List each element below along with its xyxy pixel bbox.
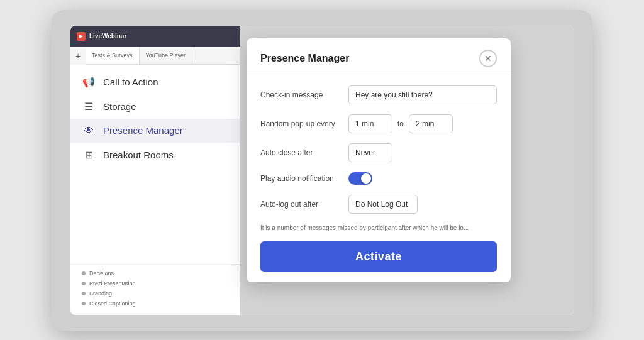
add-tab-button[interactable]: +: [70, 47, 86, 65]
laptop-shell: ▶ LiveWebinar + Tests & Surveys YouTube …: [52, 10, 592, 331]
call-to-action-icon: 📢: [82, 76, 96, 88]
bottom-item-label: Prezi Presentation: [89, 280, 136, 287]
auto-close-row: Auto close after: [260, 143, 497, 162]
menu-item-label: Storage: [103, 101, 136, 112]
brand-name: LiveWebinar: [89, 33, 126, 40]
bottom-item-prezi[interactable]: Prezi Presentation: [82, 278, 228, 288]
menu-item-label: Presence Manager: [103, 125, 183, 136]
bottom-item-label: Branding: [89, 290, 112, 297]
modal-header: Presence Manager ✕: [247, 38, 511, 75]
bottom-item-branding[interactable]: Branding: [82, 288, 228, 299]
bottom-item-decisions[interactable]: Decisions: [82, 268, 228, 278]
modal-body: Check-in message Random pop-up every to: [247, 75, 511, 282]
auto-close-input[interactable]: [348, 143, 392, 162]
auto-logout-input[interactable]: [348, 195, 418, 214]
presence-manager-icon: 👁: [82, 125, 96, 136]
random-popup-row: Random pop-up every to: [260, 114, 497, 133]
modal-overlay: Presence Manager ✕ Check-in message Rand…: [240, 26, 574, 315]
breakout-rooms-icon: ⊞: [82, 149, 96, 161]
bottom-item-label: Closed Captioning: [89, 300, 136, 307]
check-in-message-input[interactable]: [348, 85, 497, 104]
brand-icon: ▶: [77, 32, 86, 41]
play-audio-row: Play audio notification: [260, 172, 497, 185]
random-popup-from-input[interactable]: [348, 114, 392, 133]
helper-text: It is a number of messages missed by par…: [260, 224, 497, 233]
random-popup-label: Random pop-up every: [260, 119, 342, 128]
play-audio-label: Play audio notification: [260, 174, 342, 183]
menu-item-storage[interactable]: ☰ Storage: [70, 94, 240, 119]
main-content: Presence Manager ✕ Check-in message Rand…: [240, 26, 574, 315]
menu-item-presence-manager[interactable]: 👁 Presence Manager: [70, 119, 240, 143]
presence-manager-modal: Presence Manager ✕ Check-in message Rand…: [247, 38, 511, 282]
bottom-dot: [82, 271, 86, 275]
toggle-track: [348, 172, 372, 185]
bottom-dot: [82, 292, 86, 295]
range-row: to: [348, 114, 453, 133]
sidebar: ▶ LiveWebinar + Tests & Surveys YouTube …: [70, 26, 240, 315]
check-in-message-row: Check-in message: [260, 85, 497, 104]
auto-close-label: Auto close after: [260, 148, 342, 157]
modal-close-button[interactable]: ✕: [479, 50, 497, 67]
laptop-screen: ▶ LiveWebinar + Tests & Surveys YouTube …: [70, 26, 574, 315]
storage-icon: ☰: [82, 101, 96, 112]
sidebar-menu: 📢 Call to Action ☰ Storage 👁 Presence Ma…: [70, 65, 240, 264]
check-in-message-label: Check-in message: [260, 90, 342, 99]
activate-button[interactable]: Activate: [260, 241, 497, 272]
play-audio-toggle[interactable]: [348, 172, 372, 185]
bottom-item-closed-captioning[interactable]: Closed Captioning: [82, 299, 228, 309]
toggle-thumb: [361, 173, 371, 184]
tab-youtube-player[interactable]: YouTube Player: [140, 47, 192, 64]
sidebar-topbar: ▶ LiveWebinar: [70, 26, 240, 47]
menu-item-label: Call to Action: [103, 77, 158, 87]
tab-tests-surveys[interactable]: Tests & Surveys: [86, 47, 140, 64]
random-popup-to-input[interactable]: [409, 114, 453, 133]
range-separator: to: [397, 119, 404, 128]
modal-title: Presence Manager: [260, 53, 349, 64]
menu-item-breakout-rooms[interactable]: ⊞ Breakout Rooms: [70, 143, 240, 167]
sidebar-bottom: Decisions Prezi Presentation Branding Cl…: [70, 264, 240, 315]
bottom-dot: [82, 302, 86, 305]
auto-logout-label: Auto-log out after: [260, 200, 342, 209]
bottom-dot: [82, 282, 86, 285]
menu-item-call-to-action[interactable]: 📢 Call to Action: [70, 70, 240, 94]
auto-logout-row: Auto-log out after: [260, 195, 497, 214]
sidebar-tabs: + Tests & Surveys YouTube Player: [70, 47, 240, 65]
menu-item-label: Breakout Rooms: [103, 150, 174, 160]
bottom-item-label: Decisions: [89, 270, 114, 277]
